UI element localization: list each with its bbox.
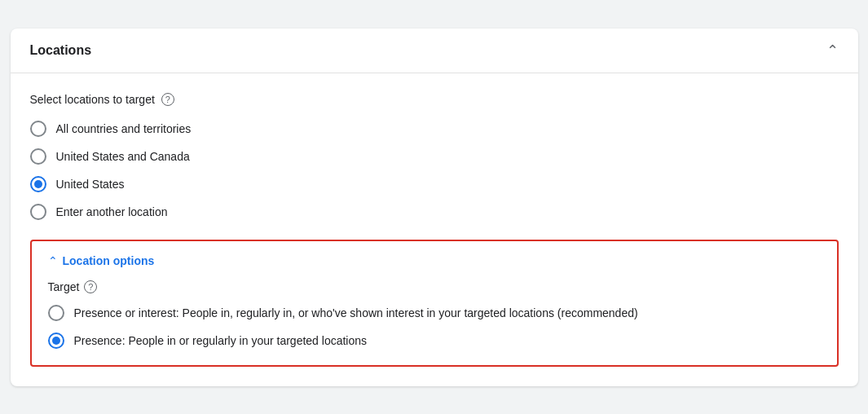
location-options-header: ⌃ Location options [48, 254, 821, 267]
radio-label-us-canada: United States and Canada [56, 150, 190, 163]
radio-button-other[interactable] [30, 204, 46, 220]
select-locations-label: Select locations to target ? [30, 93, 839, 106]
radio-button-us-canada[interactable] [30, 148, 46, 165]
select-locations-help-icon[interactable]: ? [161, 93, 174, 106]
card-header: Locations ⌃ [11, 29, 858, 73]
target-help-icon[interactable]: ? [84, 280, 97, 293]
location-radio-group: All countries and territories United Sta… [30, 121, 839, 220]
radio-button-presence[interactable] [48, 333, 64, 349]
radio-item-all[interactable]: All countries and territories [30, 121, 839, 137]
target-radio-group: Presence or interest: People in, regular… [48, 305, 821, 349]
collapse-icon[interactable]: ⌃ [826, 42, 839, 59]
locations-card: Locations ⌃ Select locations to target ?… [11, 29, 858, 386]
radio-label-presence: Presence: People in or regularly in your… [74, 334, 368, 347]
radio-label-all: All countries and territories [56, 122, 192, 135]
radio-button-us[interactable] [30, 176, 46, 192]
radio-button-all[interactable] [30, 121, 46, 137]
radio-inner-us [34, 180, 42, 188]
location-options-title[interactable]: Location options [63, 254, 155, 267]
location-options-chevron-icon[interactable]: ⌃ [48, 254, 58, 267]
target-radio-item-presence-interest[interactable]: Presence or interest: People in, regular… [48, 305, 821, 321]
card-body: Select locations to target ? All countri… [11, 73, 858, 386]
target-radio-item-presence[interactable]: Presence: People in or regularly in your… [48, 333, 821, 349]
location-options-box: ⌃ Location options Target ? Presence or … [30, 240, 839, 367]
radio-label-presence-interest: Presence or interest: People in, regular… [74, 306, 638, 319]
radio-inner-presence [52, 337, 60, 345]
radio-item-us[interactable]: United States [30, 176, 839, 192]
radio-item-other[interactable]: Enter another location [30, 204, 839, 220]
target-label: Target ? [48, 280, 821, 293]
radio-label-us: United States [56, 178, 125, 191]
card-title: Locations [30, 43, 92, 58]
radio-item-us-canada[interactable]: United States and Canada [30, 148, 839, 165]
radio-button-presence-interest[interactable] [48, 305, 64, 321]
radio-label-other: Enter another location [56, 205, 168, 218]
